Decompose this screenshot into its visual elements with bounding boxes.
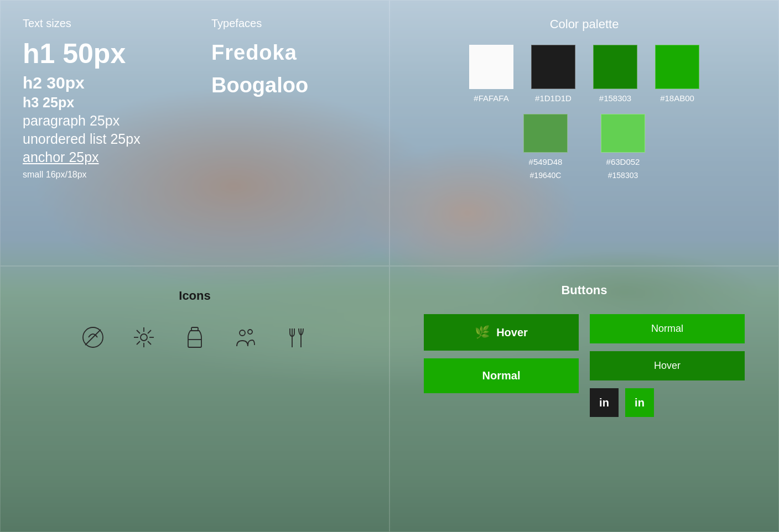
svg-point-14 <box>248 330 252 334</box>
icons-title: Icons <box>179 289 210 303</box>
icons-row <box>81 325 309 353</box>
linkedin-green-icon: in <box>635 397 645 409</box>
bottle-icon <box>183 325 207 353</box>
color-palette-panel: Color palette #FAFAFA #1D1D1D #158303 <box>390 0 779 266</box>
swatch-158303 <box>593 45 637 89</box>
ul-sample: unordered list 25px <box>23 131 178 147</box>
normal-label-right: Normal <box>651 323 683 334</box>
swatch-fafafa <box>469 45 513 89</box>
hex-19640c: #19640C <box>530 171 562 180</box>
anchor-sample[interactable]: anchor 25px <box>23 149 178 165</box>
hover-button-left[interactable]: 🌿 Hover <box>424 314 579 351</box>
normal-label-left: Normal <box>482 369 521 382</box>
leaf-icon <box>81 325 105 353</box>
h1-sample: h1 50px <box>23 39 178 69</box>
swatch-1d1d1d <box>531 45 575 89</box>
linkedin-dark-button[interactable]: in <box>590 388 619 417</box>
hex-1d1d1d: #1D1D1D <box>535 93 572 103</box>
boogaloo-sample: Boogaloo <box>211 74 367 97</box>
svg-point-2 <box>141 334 147 341</box>
text-sizes-section: Text sizes h1 50px h2 30px h3 25px parag… <box>23 17 178 249</box>
hex-fafafa: #FAFAFA <box>474 93 508 103</box>
hover-label: Hover <box>496 326 528 339</box>
normal-button-left[interactable]: Normal <box>424 358 579 393</box>
people-icon <box>233 325 258 353</box>
hex-18ab00: #18AB00 <box>660 93 694 103</box>
color-item-63d052: #63D052 #158303 <box>601 114 645 180</box>
palette-title: Color palette <box>550 17 619 32</box>
svg-line-10 <box>137 341 140 345</box>
paragraph-sample: paragraph 25px <box>23 113 178 129</box>
svg-line-9 <box>148 330 151 333</box>
linkedin-green-button[interactable]: in <box>625 388 654 417</box>
swatch-18ab00 <box>655 45 699 89</box>
svg-point-13 <box>240 330 245 336</box>
typefaces-section: Typefaces Fredoka Boogaloo <box>211 17 367 249</box>
color-item-18ab00: #18AB00 <box>655 45 699 103</box>
buttons-panel: Buttons 🌿 Hover Normal Normal Hover <box>390 266 779 532</box>
hover-button-right[interactable]: Hover <box>590 351 745 380</box>
hover-leaf-icon: 🌿 <box>475 325 490 340</box>
linkedin-row: in in <box>590 388 745 417</box>
color-item-549d48: #549D48 #19640C <box>523 114 568 180</box>
color-item-1d1d1d: #1D1D1D <box>531 45 575 103</box>
buttons-right-col: Normal Hover in in <box>590 314 745 417</box>
icons-panel: Icons <box>0 266 390 532</box>
hex-158303: #158303 <box>599 93 631 103</box>
color-item-fafafa: #FAFAFA <box>469 45 513 103</box>
utensils-icon <box>284 325 309 353</box>
svg-line-7 <box>137 330 140 333</box>
sparkle-icon <box>132 325 156 353</box>
buttons-layout: 🌿 Hover Normal Normal Hover in <box>424 314 745 417</box>
normal-button-right[interactable]: Normal <box>590 314 745 343</box>
linkedin-dark-icon: in <box>599 397 609 409</box>
color-item-158303: #158303 <box>593 45 637 103</box>
swatch-549d48 <box>523 114 568 153</box>
svg-line-1 <box>85 330 101 345</box>
small-sample: small 16px/18px <box>23 170 178 180</box>
svg-line-8 <box>148 341 151 345</box>
hex-158303-2: #158303 <box>608 171 638 180</box>
text-sizes-title: Text sizes <box>23 17 178 30</box>
h2-sample: h2 30px <box>23 74 178 92</box>
text-sizes-panel: Text sizes h1 50px h2 30px h3 25px parag… <box>0 0 390 266</box>
hex-549d48: #549D48 <box>529 157 563 166</box>
h3-sample: h3 25px <box>23 95 178 111</box>
buttons-title: Buttons <box>561 283 607 298</box>
buttons-left-col: 🌿 Hover Normal <box>424 314 579 417</box>
svg-rect-11 <box>191 327 198 331</box>
fredoka-sample: Fredoka <box>211 41 367 65</box>
typefaces-title: Typefaces <box>211 17 367 30</box>
hover-label-right: Hover <box>654 360 681 371</box>
swatch-63d052 <box>601 114 645 153</box>
hex-63d052: #63D052 <box>606 157 640 166</box>
